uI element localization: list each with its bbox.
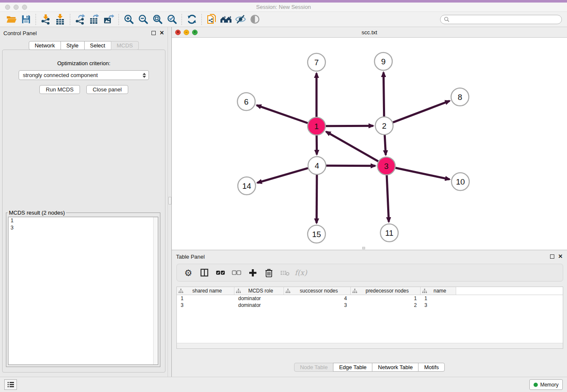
control-panel-tabs: Network Style Select MCDS bbox=[0, 41, 168, 50]
table-row[interactable]: 3dominator323 bbox=[177, 302, 563, 309]
tab-select[interactable]: Select bbox=[84, 41, 111, 50]
node-6[interactable]: 6 bbox=[237, 93, 255, 110]
node-label: 11 bbox=[385, 229, 394, 237]
float-table-panel-icon[interactable] bbox=[550, 254, 554, 259]
select-all-rows-button[interactable] bbox=[213, 266, 228, 279]
table-cell[interactable]: 1 bbox=[177, 295, 234, 301]
new-network-from-selection-button[interactable] bbox=[204, 13, 219, 26]
export-image-button[interactable] bbox=[102, 13, 116, 26]
deselect-all-rows-button[interactable] bbox=[229, 266, 244, 279]
table-settings-button[interactable]: ⚙ bbox=[181, 266, 195, 279]
node-7[interactable]: 7 bbox=[308, 53, 325, 71]
table-cell[interactable]: 1 bbox=[421, 295, 456, 301]
apply-layout-button[interactable] bbox=[184, 13, 199, 26]
splitter-handle[interactable] bbox=[168, 197, 171, 204]
table-cell[interactable]: 3 bbox=[284, 302, 351, 308]
edge-4-14[interactable] bbox=[257, 168, 308, 183]
table-horizontal-scrollbar[interactable] bbox=[177, 343, 563, 348]
column-header-successor-nodes[interactable]: successor nodes bbox=[284, 287, 351, 295]
node-14[interactable]: 14 bbox=[238, 177, 256, 195]
tab-node-table[interactable]: Node Table bbox=[294, 363, 334, 372]
column-visibility-button[interactable] bbox=[197, 266, 212, 279]
zoom-in-button[interactable] bbox=[121, 13, 136, 26]
tab-motifs[interactable]: Motifs bbox=[418, 363, 445, 372]
search-field[interactable] bbox=[440, 15, 562, 24]
column-header-MCDS-role[interactable]: MCDS role bbox=[234, 287, 284, 295]
zoom-selected-button[interactable] bbox=[165, 13, 179, 26]
node-label: 3 bbox=[384, 162, 389, 171]
edge-3-11[interactable] bbox=[387, 175, 389, 222]
toggle-graphics-details-button[interactable] bbox=[248, 13, 262, 26]
node-3[interactable]: 3 bbox=[377, 157, 395, 175]
node-4[interactable]: 4 bbox=[308, 157, 326, 174]
table-cell[interactable]: dominator bbox=[234, 302, 284, 308]
node-9[interactable]: 9 bbox=[374, 52, 392, 70]
edge-3-1[interactable] bbox=[326, 132, 378, 161]
edge-2-8[interactable] bbox=[393, 101, 450, 122]
titlebar: Session: New Session bbox=[0, 3, 567, 12]
column-header-label: MCDS role bbox=[248, 288, 276, 294]
export-table-button[interactable] bbox=[87, 13, 102, 26]
run-mcds-button[interactable]: Run MCDS bbox=[39, 85, 80, 94]
table-cell[interactable]: 3 bbox=[421, 302, 456, 308]
result-scrollbar[interactable] bbox=[153, 217, 158, 364]
edge-1-6[interactable] bbox=[257, 105, 308, 123]
import-network-button[interactable] bbox=[39, 13, 53, 26]
node-label: 7 bbox=[314, 58, 319, 67]
table-cell[interactable]: dominator bbox=[234, 295, 284, 301]
column-header-shared-name[interactable]: shared name bbox=[177, 287, 234, 295]
zoom-fit-button[interactable] bbox=[150, 13, 165, 26]
edge-1-2[interactable] bbox=[326, 126, 373, 126]
import-table-button[interactable] bbox=[53, 13, 67, 26]
save-session-button[interactable] bbox=[19, 13, 33, 26]
tab-mcds[interactable]: MCDS bbox=[111, 41, 139, 50]
edge-4-15[interactable] bbox=[317, 175, 317, 223]
tab-style[interactable]: Style bbox=[61, 41, 85, 50]
canvas-resize-grip[interactable] bbox=[362, 247, 365, 249]
edge-4-3[interactable] bbox=[326, 166, 375, 166]
node-11[interactable]: 11 bbox=[380, 224, 398, 242]
edge-2-9[interactable] bbox=[383, 72, 384, 116]
table-cell[interactable]: 4 bbox=[284, 295, 351, 301]
node-2[interactable]: 2 bbox=[375, 117, 393, 135]
node-label: 14 bbox=[242, 182, 251, 190]
show-all-networks-button[interactable] bbox=[219, 13, 233, 26]
table-cell[interactable]: 2 bbox=[351, 302, 421, 308]
toolbar-separator bbox=[36, 14, 36, 25]
session-title: Session: New Session bbox=[0, 4, 567, 10]
column-header-name[interactable]: name bbox=[421, 287, 456, 295]
delete-column-button[interactable] bbox=[261, 266, 276, 279]
create-column-button[interactable] bbox=[245, 266, 260, 279]
node-1[interactable]: 1 bbox=[308, 117, 325, 135]
table-row[interactable]: 1dominator411 bbox=[177, 295, 563, 302]
export-network-button[interactable] bbox=[73, 13, 87, 26]
table-cell[interactable]: 1 bbox=[351, 295, 421, 301]
float-panel-icon[interactable] bbox=[151, 31, 156, 35]
node-label: 15 bbox=[312, 230, 321, 239]
edge-3-10[interactable] bbox=[396, 168, 450, 179]
column-header-predecessor-nodes[interactable]: predecessor nodes bbox=[351, 287, 421, 295]
search-input[interactable] bbox=[451, 17, 558, 22]
open-session-button[interactable] bbox=[4, 13, 19, 26]
show-task-history-button[interactable] bbox=[4, 379, 17, 390]
edge-2-3[interactable] bbox=[385, 135, 385, 155]
node-8[interactable]: 8 bbox=[451, 88, 469, 106]
table-cell[interactable]: 3 bbox=[177, 302, 234, 308]
close-table-panel-icon[interactable]: ✕ bbox=[558, 254, 563, 259]
zoom-out-button[interactable] bbox=[136, 13, 150, 26]
memory-button[interactable]: Memory bbox=[529, 379, 563, 390]
node-15[interactable]: 15 bbox=[308, 225, 325, 243]
optimization-criterion-select[interactable]: strongly connected component bbox=[19, 70, 149, 80]
tab-edge-table[interactable]: Edge Table bbox=[333, 363, 372, 372]
panel-splitter[interactable] bbox=[168, 27, 172, 377]
delete-table-button[interactable] bbox=[278, 266, 292, 279]
tab-network[interactable]: Network bbox=[29, 41, 61, 50]
function-builder-button[interactable]: f(x) bbox=[294, 266, 308, 279]
toggle-style-button[interactable] bbox=[233, 13, 248, 26]
close-panel-button[interactable]: Close panel bbox=[86, 85, 128, 94]
node-label: 8 bbox=[458, 93, 462, 102]
tab-network-table[interactable]: Network Table bbox=[372, 363, 418, 372]
node-10[interactable]: 10 bbox=[451, 173, 469, 190]
network-canvas[interactable]: 1234678910111415 bbox=[172, 38, 567, 250]
close-panel-icon[interactable]: ✕ bbox=[160, 31, 164, 35]
